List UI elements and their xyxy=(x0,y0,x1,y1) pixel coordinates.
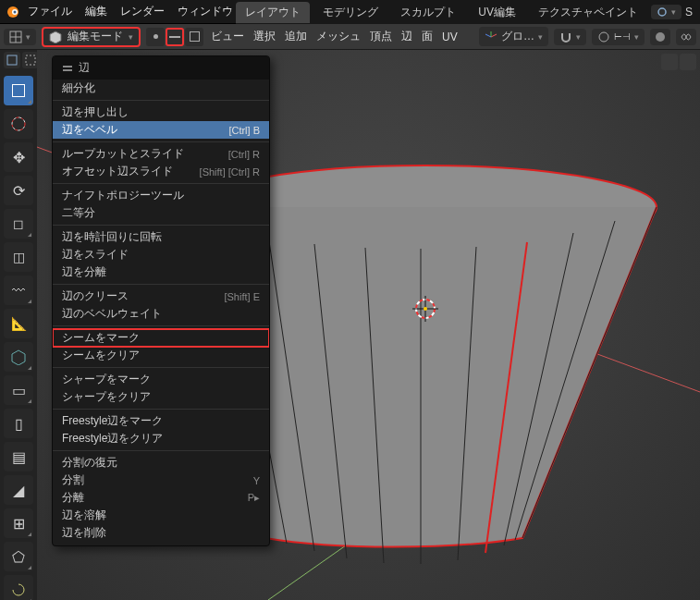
tool-annotate[interactable] xyxy=(4,276,33,305)
overlays-button[interactable] xyxy=(650,29,670,45)
context-menu-item[interactable]: 分離P▸ xyxy=(53,489,269,507)
tool-move[interactable] xyxy=(4,142,33,172)
header-vertex[interactable]: 頂点 xyxy=(368,29,394,44)
tab-sculpt[interactable]: スカルプト xyxy=(391,2,465,23)
svg-point-11 xyxy=(599,32,608,42)
context-menu-item[interactable]: 辺のベベルウェイト xyxy=(53,305,269,323)
context-menu-item[interactable]: ナイフトポロジーツール xyxy=(53,187,269,204)
tool-cursor[interactable] xyxy=(4,109,33,139)
header-view[interactable]: ビュー xyxy=(209,29,246,44)
vertex-icon xyxy=(154,34,158,39)
select-vertex-button[interactable] xyxy=(146,28,165,46)
xray-button[interactable] xyxy=(676,29,696,45)
context-menu-item-label: 二等分 xyxy=(62,205,95,221)
menu-window[interactable]: ウィンドウ xyxy=(178,4,233,19)
context-menu-item[interactable]: 辺を削除 xyxy=(53,524,269,542)
tool-measure[interactable] xyxy=(4,309,33,338)
proportional-dropdown[interactable]: ⊢⊣ ▾ xyxy=(592,29,645,45)
select-edge-button[interactable] xyxy=(166,28,184,46)
tool-inset[interactable] xyxy=(4,442,33,471)
editor-type-dropdown[interactable]: ▾ xyxy=(4,29,36,45)
tab-modeling[interactable]: モデリング xyxy=(313,2,387,23)
context-menu-item[interactable]: Freestyle辺をマーク xyxy=(53,412,269,430)
context-menu-item[interactable]: 分割の復元 xyxy=(53,454,269,471)
context-menu-item[interactable]: 辺をスライド xyxy=(53,246,269,263)
tool-transform[interactable] xyxy=(4,242,33,272)
context-menu-item-label: Freestyle辺をクリア xyxy=(62,431,163,447)
context-menu-item[interactable]: シームをマーク xyxy=(53,329,269,347)
svg-point-34 xyxy=(424,307,427,311)
menu-render[interactable]: レンダー xyxy=(120,4,165,19)
context-menu-item-label: 辺を時計回りに回転 xyxy=(62,229,162,245)
tool-scale[interactable] xyxy=(4,209,33,239)
select-face-button[interactable] xyxy=(185,28,203,46)
context-menu-title-row: 辺 xyxy=(53,56,269,80)
menu-edit[interactable]: 編集 xyxy=(85,4,107,19)
header-face[interactable]: 面 xyxy=(420,29,435,44)
snap-dropdown[interactable]: ▾ xyxy=(554,29,586,45)
context-menu-item[interactable]: シームをクリア xyxy=(53,347,269,364)
context-menu-item[interactable]: 分割Y xyxy=(53,471,269,489)
tool-extrude-normals[interactable] xyxy=(4,409,33,438)
svg-line-8 xyxy=(491,34,497,37)
svg-point-12 xyxy=(656,32,665,42)
tool-spin[interactable] xyxy=(4,575,33,600)
tool-bevel[interactable] xyxy=(4,475,33,505)
editor-header: ▾ 編集モード ▾ ビュー 選択 追加 メッシュ 頂点 辺 面 UV グロ… ▾… xyxy=(0,24,700,50)
tool-extrude-region[interactable] xyxy=(4,375,33,405)
context-menu-item-label: ナイフトポロジーツール xyxy=(62,188,184,203)
context-menu-item[interactable]: 辺を時計回りに回転 xyxy=(53,228,269,246)
context-menu-item-label: 辺のベベルウェイト xyxy=(62,306,162,322)
face-icon xyxy=(190,31,200,42)
context-menu-item[interactable]: 辺を分離 xyxy=(53,263,269,281)
context-menu-item[interactable]: オフセット辺スライド[Shift] [Ctrl] R xyxy=(53,163,269,180)
context-menu-item[interactable]: 辺を溶解 xyxy=(53,507,269,524)
mode-dropdown[interactable]: 編集モード ▾ xyxy=(42,27,141,47)
orientation-dropdown[interactable]: グロ… ▾ xyxy=(479,27,548,46)
tab-layout[interactable]: レイアウト xyxy=(236,2,310,23)
context-menu-shortcut: Y xyxy=(253,475,260,486)
snap-label: ⊢⊣ xyxy=(614,31,631,42)
header-add[interactable]: 追加 xyxy=(283,29,309,44)
context-menu-item[interactable]: 辺を押し出し xyxy=(53,104,269,121)
context-menu-item[interactable]: シャープをマーク xyxy=(53,371,269,388)
header-edge[interactable]: 辺 xyxy=(399,29,414,44)
workspace-tabs: レイアウト モデリング スカルプト UV編集 テクスチャペイント ▾ S xyxy=(236,0,700,24)
chevron-down-icon: ▾ xyxy=(634,32,639,42)
viewport-overlay-buttons xyxy=(661,54,696,70)
tool-knife[interactable] xyxy=(4,542,33,571)
context-menu-item-label: 辺を押し出し xyxy=(62,104,129,120)
separator xyxy=(53,284,269,285)
tool-add-cube[interactable] xyxy=(4,342,33,372)
context-menu-item-label: シームをクリア xyxy=(62,348,140,363)
loop-cut-icon xyxy=(13,515,25,533)
scene-dropdown[interactable]: ▾ xyxy=(651,5,682,19)
svg-point-3 xyxy=(658,8,666,16)
tab-texture-paint[interactable]: テクスチャペイント xyxy=(529,2,647,23)
context-menu-item[interactable]: ループカットとスライド[Ctrl] R xyxy=(53,145,269,163)
context-menu-item[interactable]: Freestyle辺をクリア xyxy=(53,430,269,447)
header-select[interactable]: 選択 xyxy=(252,29,277,44)
tool-rotate[interactable] xyxy=(4,176,33,205)
separator xyxy=(53,450,269,451)
context-menu-item-label: 辺をベベル xyxy=(62,122,117,138)
header-mesh[interactable]: メッシュ xyxy=(314,29,362,44)
context-menu-item[interactable]: シャープをクリア xyxy=(53,388,269,406)
measure-icon xyxy=(11,315,27,332)
chevron-down-icon: ▾ xyxy=(576,32,581,42)
context-menu-item[interactable]: 辺のクリース[Shift] E xyxy=(53,288,269,305)
context-menu-item-label: ループカットとスライド xyxy=(62,146,184,162)
context-menu-item[interactable]: 辺をベベル[Ctrl] B xyxy=(53,121,269,139)
tab-uv-editing[interactable]: UV編集 xyxy=(469,2,525,23)
context-menu-item[interactable]: 二等分 xyxy=(53,204,269,222)
region-button[interactable] xyxy=(680,54,696,70)
context-menu-item-label: 分割 xyxy=(62,472,84,488)
context-menu-item[interactable]: 細分化 xyxy=(53,80,269,97)
tool-select-box[interactable] xyxy=(4,76,33,105)
header-uv[interactable]: UV xyxy=(440,31,460,43)
separator xyxy=(53,100,269,101)
select-intersect-button[interactable] xyxy=(4,52,20,68)
menu-file[interactable]: ファイル xyxy=(28,4,72,19)
tool-loop-cut[interactable] xyxy=(4,508,33,538)
gizmo-button[interactable] xyxy=(661,54,678,70)
